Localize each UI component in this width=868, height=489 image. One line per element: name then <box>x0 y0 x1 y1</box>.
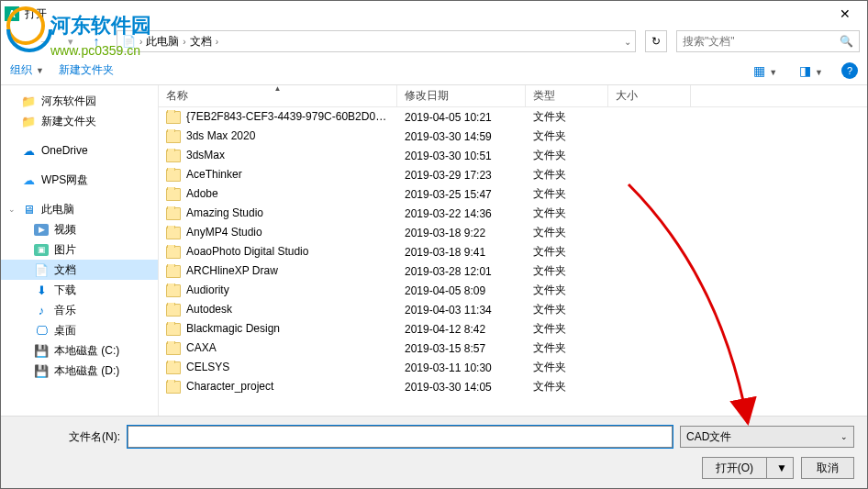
file-row[interactable]: 3ds Max 20202019-03-30 14:59文件夹 <box>159 127 867 146</box>
doc-icon: 📄 <box>34 262 49 277</box>
file-row[interactable]: CAXA2019-03-15 8:57文件夹 <box>159 339 867 358</box>
sidebar-item[interactable]: ▣图片 <box>1 239 158 260</box>
chevron-down-icon[interactable]: ⌄ <box>8 205 16 214</box>
file-name: Blackmagic Design <box>159 322 397 336</box>
file-row[interactable]: CELSYS2019-03-11 10:30文件夹 <box>159 358 867 377</box>
file-type: 文件夹 <box>526 148 608 163</box>
sidebar-item-label: 图片 <box>54 242 76 258</box>
chevron-down-icon: ⌄ <box>840 432 848 441</box>
sidebar-item[interactable]: ☁OneDrive <box>1 140 158 161</box>
file-type: 文件夹 <box>526 128 608 144</box>
file-row[interactable]: 3dsMax2019-03-30 10:51文件夹 <box>159 146 867 165</box>
preview-pane-button[interactable]: ◨ ▼ <box>796 63 827 78</box>
sidebar-item[interactable]: 📁新建文件夹 <box>1 111 158 131</box>
sidebar-item[interactable]: 🖵桌面 <box>1 320 158 340</box>
file-date: 2019-03-28 12:01 <box>397 265 526 278</box>
column-size[interactable]: 大小 <box>608 85 691 106</box>
sidebar-item-label: 本地磁盘 (D:) <box>54 363 119 379</box>
breadcrumb-item[interactable]: 此电脑 <box>146 34 179 50</box>
chevron-down-icon[interactable]: ▼ <box>771 461 793 474</box>
file-name: 3ds Max 2020 <box>159 129 397 143</box>
sidebar-item[interactable]: ♪音乐 <box>1 300 158 320</box>
sidebar: 📁河东软件园📁新建文件夹☁OneDrive☁WPS网盘⌄🖥此电脑▶视频▣图片📄文… <box>1 85 159 416</box>
filetype-combo[interactable]: CAD文件 ⌄ <box>680 426 854 448</box>
refresh-button[interactable]: ↻ <box>645 30 667 52</box>
breadcrumb-item[interactable]: 文档 <box>190 34 212 50</box>
sidebar-item-label: 河东软件园 <box>41 94 96 109</box>
file-name: CAXA <box>159 341 397 355</box>
search-input[interactable] <box>683 35 840 48</box>
file-row[interactable]: AnyMP4 Studio2019-03-18 9:22文件夹 <box>159 223 867 242</box>
file-type: 文件夹 <box>526 321 608 337</box>
sidebar-item[interactable]: ▶视频 <box>1 219 158 239</box>
sidebar-item[interactable]: 💾本地磁盘 (C:) <box>1 340 158 361</box>
open-button[interactable]: 打开(O) ▼ <box>702 457 794 479</box>
file-date: 2019-03-30 10:51 <box>397 150 526 162</box>
navbar: ← → ▾ ↑ 📄 › 此电脑 › 文档 › ⌄ ↻ 🔍 <box>1 27 867 56</box>
view-options-button[interactable]: ▦ ▼ <box>750 63 781 78</box>
sidebar-item-label: 音乐 <box>54 303 76 318</box>
organize-button[interactable]: 组织 ▼ <box>10 62 44 78</box>
file-type: 文件夹 <box>526 206 608 221</box>
file-date: 2019-03-11 10:30 <box>397 361 526 374</box>
sidebar-item-label: 文档 <box>54 262 76 278</box>
dl-icon: ⬇ <box>34 283 49 297</box>
sidebar-item[interactable]: ⌄🖥此电脑 <box>1 199 158 219</box>
file-name: ARCHlineXP Draw <box>159 264 397 278</box>
chevron-down-icon[interactable]: ⌄ <box>624 37 631 47</box>
file-name: AnyMP4 Studio <box>159 226 397 239</box>
file-row[interactable]: AoaoPhoto Digital Studio2019-03-18 9:41文… <box>159 242 867 261</box>
file-date: 2019-04-05 8:09 <box>397 284 526 297</box>
folder-icon <box>166 227 181 239</box>
file-row[interactable]: Amazing Studio2019-03-22 14:36文件夹 <box>159 204 867 223</box>
sidebar-item[interactable]: 📁河东软件园 <box>1 91 158 111</box>
toolbar: 组织 ▼ 新建文件夹 ▦ ▼ ◨ ▼ ? <box>1 56 867 85</box>
chevron-right-icon: › <box>183 37 185 47</box>
file-row[interactable]: Blackmagic Design2019-04-12 8:42文件夹 <box>159 319 867 339</box>
file-row[interactable]: ARCHlineXP Draw2019-03-28 12:01文件夹 <box>159 261 867 281</box>
search-icon[interactable]: 🔍 <box>840 35 853 48</box>
file-name: CELSYS <box>159 361 397 374</box>
column-name[interactable]: ▲ 名称 <box>159 85 397 106</box>
wps-icon: ☁ <box>21 172 36 187</box>
close-button[interactable]: ✕ <box>827 1 863 27</box>
sidebar-item-label: 新建文件夹 <box>41 114 96 129</box>
file-name: 3dsMax <box>159 149 397 162</box>
file-date: 2019-04-03 11:34 <box>397 304 526 317</box>
file-row[interactable]: Character_project2019-03-30 14:05文件夹 <box>159 377 867 396</box>
sidebar-item[interactable]: ☁WPS网盘 <box>1 170 158 190</box>
help-button[interactable]: ? <box>841 62 858 79</box>
file-row[interactable]: Autodesk2019-04-03 11:34文件夹 <box>159 300 867 319</box>
file-row[interactable]: Audiority2019-04-05 8:09文件夹 <box>159 281 867 300</box>
nav-recent-button[interactable]: ▾ <box>60 30 82 52</box>
folder-icon <box>166 111 181 124</box>
window-title: 打开 <box>25 6 827 22</box>
file-name: Audiority <box>159 283 397 297</box>
breadcrumb[interactable]: 📄 › 此电脑 › 文档 › ⌄ <box>117 30 636 52</box>
file-row[interactable]: Adobe2019-03-25 15:47文件夹 <box>159 184 867 204</box>
cancel-button[interactable]: 取消 <box>801 457 854 479</box>
sidebar-item[interactable]: 📄文档 <box>1 260 158 280</box>
file-type: 文件夹 <box>526 379 608 395</box>
file-type: 文件夹 <box>526 263 608 279</box>
folder-icon: 📁 <box>21 94 36 108</box>
filename-input[interactable] <box>128 426 673 448</box>
nav-up-button[interactable]: ↑ <box>85 30 107 52</box>
sidebar-item-label: 视频 <box>54 222 76 238</box>
sidebar-item[interactable]: 💾本地磁盘 (D:) <box>1 361 158 381</box>
file-name: Adobe <box>159 187 397 201</box>
file-list[interactable]: ▲ 名称 修改日期 类型 大小 {7EB2F843-CEF3-4439-979C… <box>159 85 867 416</box>
file-row[interactable]: {7EB2F843-CEF3-4439-979C-60B2D03...2019-… <box>159 107 867 127</box>
search-box[interactable]: 🔍 <box>676 30 860 52</box>
file-type: 文件夹 <box>526 167 608 183</box>
file-name: {7EB2F843-CEF3-4439-979C-60B2D03... <box>159 110 397 124</box>
column-type[interactable]: 类型 <box>526 85 608 106</box>
pc-icon: 🖥 <box>21 202 36 217</box>
newfolder-button[interactable]: 新建文件夹 <box>59 62 114 78</box>
column-date[interactable]: 修改日期 <box>397 85 526 106</box>
file-row[interactable]: AceThinker2019-03-29 17:23文件夹 <box>159 165 867 184</box>
folder-icon <box>166 130 181 143</box>
file-date: 2019-03-18 9:41 <box>397 246 526 259</box>
pic-icon: ▣ <box>34 244 49 256</box>
sidebar-item[interactable]: ⬇下载 <box>1 280 158 300</box>
